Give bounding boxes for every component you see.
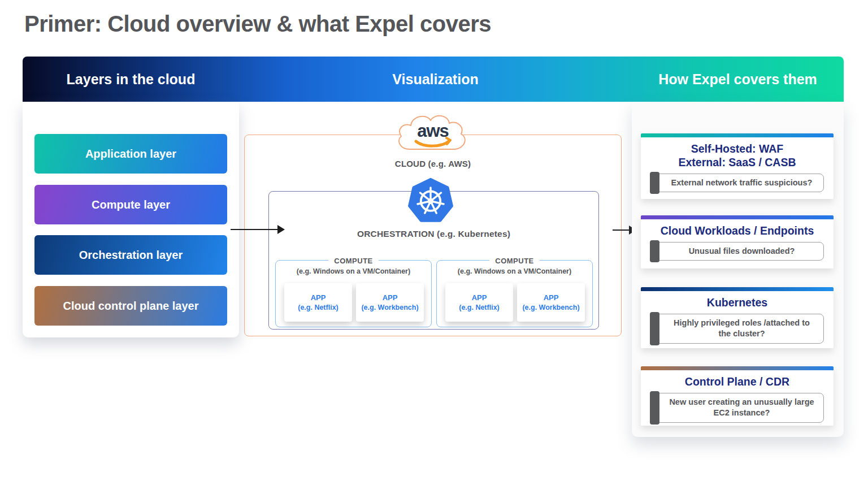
app-card-netflix: APP (e.g. Netflix) [284, 283, 352, 322]
layers-panel: Application layer Compute layer Orchestr… [23, 102, 239, 337]
cloud-label: CLOUD (e.g. AWS) [244, 159, 622, 168]
card-accent-bar [641, 133, 834, 137]
compute-group-2: COMPUTE (e.g. Windows on a VM/Container)… [436, 260, 593, 327]
arrow-visualization-to-coverage [613, 229, 630, 231]
layer-cloud-control-plane: Cloud control plane layer [34, 286, 227, 326]
card-question-pill: Highly privileged roles /attached to the… [650, 314, 824, 344]
compute-group-1: COMPUTE (e.g. Windows on a VM/Container)… [275, 260, 432, 327]
card-title: Cloud Workloads / Endpoints [641, 224, 834, 238]
card-question-pill: New user creating an unusually large EC2… [650, 393, 824, 423]
kubernetes-icon [406, 175, 455, 225]
coverage-card-cloud-workloads: Cloud Workloads / Endpoints Unusual file… [641, 215, 834, 269]
card-title: Self-Hosted: WAF External: SaaS / CASB [641, 142, 834, 170]
card-question-pill: External network traffic suspicious? [650, 174, 824, 193]
app-card-workbench: APP (e.g. Workbench) [356, 283, 424, 322]
pill-tab [650, 240, 659, 263]
card-question-pill: Unusual files downloaded? [650, 242, 824, 261]
compute-subtitle: (e.g. Windows on a VM/Container) [437, 267, 592, 275]
compute-legend: COMPUTE [437, 256, 592, 266]
app-card-netflix: APP (e.g. Netflix) [445, 283, 513, 322]
pill-tab [650, 312, 659, 345]
arrow-layers-to-visualization [231, 229, 279, 230]
layer-application: Application layer [34, 134, 227, 174]
arrow-layers-to-visualization-head [277, 225, 285, 234]
card-accent-bar [641, 366, 834, 370]
compute-legend: COMPUTE [276, 256, 431, 266]
header-visualization-column: Visualization [239, 57, 632, 102]
layer-orchestration: Orchestration layer [34, 235, 227, 275]
aws-cloud-icon: aws [392, 111, 474, 157]
header-layers-column: Layers in the cloud [23, 57, 239, 102]
layer-compute: Compute layer [34, 185, 227, 224]
svg-text:aws: aws [417, 121, 449, 141]
coverage-card-control-plane-cdr: Control Plane / CDR New user creating an… [641, 366, 834, 426]
card-accent-bar [641, 215, 834, 219]
card-title: Kubernetes [641, 296, 834, 310]
header-bar: Layers in the cloud Visualization How Ex… [23, 57, 844, 102]
coverage-card-waf-saas-casb: Self-Hosted: WAF External: SaaS / CASB E… [641, 133, 834, 199]
page-title: Primer: Cloud overview & what Expel cove… [24, 11, 491, 37]
pill-tab [650, 172, 659, 194]
slide: Primer: Cloud overview & what Expel cove… [0, 0, 868, 485]
orchestration-label: ORCHESTRATION (e.g. Kubernetes) [268, 229, 599, 239]
coverage-panel: Self-Hosted: WAF External: SaaS / CASB E… [632, 102, 844, 437]
card-title: Control Plane / CDR [641, 375, 834, 389]
pill-tab [650, 391, 659, 425]
app-card-workbench: APP (e.g. Workbench) [517, 283, 585, 322]
header-coverage-column: How Expel covers them [632, 57, 844, 102]
card-accent-bar [641, 287, 834, 291]
coverage-card-kubernetes: Kubernetes Highly privileged roles /atta… [641, 287, 834, 348]
compute-subtitle: (e.g. Windows on a VM/Container) [276, 267, 431, 275]
